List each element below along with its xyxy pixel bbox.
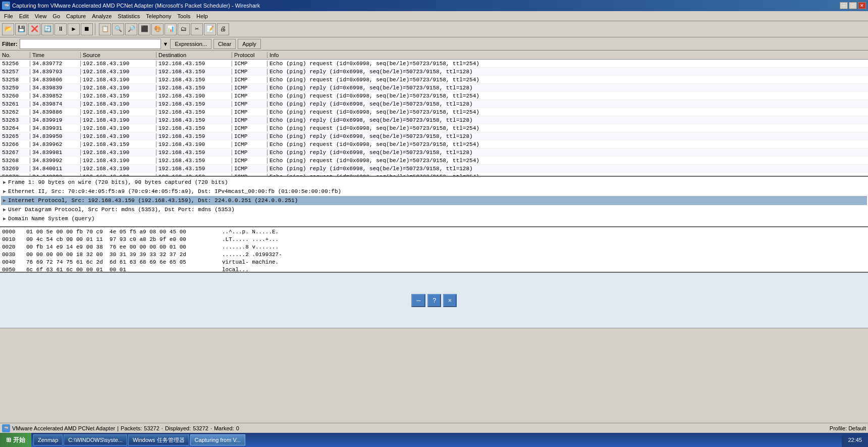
toolbar-btn-stop[interactable]: ⏹ xyxy=(81,23,93,35)
toolbar-btn-pause[interactable]: ⏸ xyxy=(55,23,67,35)
hex-bytes: 01 00 5e 00 00 fb 70 c9 4e 05 f5 a9 08 0… xyxy=(26,228,218,236)
hex-ascii: .......8 v....... xyxy=(222,243,279,251)
hex-offset: 0020 xyxy=(2,243,22,251)
menu-item-tools[interactable]: Tools xyxy=(175,13,194,20)
status-icon: 🦈 xyxy=(2,424,10,432)
detail-row[interactable]: ▶Internet Protocol, Src: 192.168.43.159 … xyxy=(1,196,867,205)
column-no[interactable]: No. xyxy=(0,52,30,58)
toolbar-btn-zoom-fit[interactable]: ⬛ xyxy=(138,23,150,35)
filter-bar: Filter: ▼ Expression... Clear Apply xyxy=(0,37,868,51)
detail-row[interactable]: ▶Frame 1: 90 bytes on wire (720 bits), 9… xyxy=(1,178,867,187)
table-row[interactable]: 5327034.840023192.168.43.190192.168.43.1… xyxy=(0,173,868,177)
column-info[interactable]: Info xyxy=(267,52,868,58)
packet-list-body[interactable]: 5325634.839772192.168.43.190192.168.43.1… xyxy=(0,60,868,177)
table-row[interactable]: 5326434.839931192.168.43.190192.168.43.1… xyxy=(0,124,868,132)
menu-item-statistics[interactable]: Statistics xyxy=(115,13,143,20)
expression-button[interactable]: Expression... xyxy=(170,39,211,49)
table-row[interactable]: 5326834.839992192.168.43.190192.168.43.1… xyxy=(0,157,868,165)
taskbar-item[interactable]: C:\WINDOWS\syste... xyxy=(64,434,127,445)
status-right: Profile: Default xyxy=(830,425,866,431)
detail-row[interactable]: ▶Domain Name System (query) xyxy=(1,214,867,223)
taskbar-item[interactable]: Zenmap xyxy=(33,434,63,445)
toolbar-btn-find[interactable]: 🔍 xyxy=(112,23,124,35)
table-row[interactable]: 5325934.839839192.168.43.190192.168.43.1… xyxy=(0,84,868,92)
clear-button[interactable]: Clear xyxy=(213,39,236,49)
detail-text: Frame 1: 90 bytes on wire (720 bits), 90… xyxy=(8,179,228,185)
hex-bytes: 6c 6f 63 61 6c 00 00 01 00 01 xyxy=(26,266,218,273)
table-row[interactable]: 5326934.840011192.168.43.190192.168.43.1… xyxy=(0,165,868,173)
packet-detail[interactable]: ▶Frame 1: 90 bytes on wire (720 bits), 9… xyxy=(0,177,868,227)
detail-row[interactable]: ▶Ethernet II, Src: 70:c9:4e:05:f5:a9 (70… xyxy=(1,187,867,196)
toolbar-btn-info[interactable]: 📋 xyxy=(99,23,111,35)
menu-item-view[interactable]: View xyxy=(32,13,50,20)
column-source[interactable]: Source xyxy=(81,52,156,58)
menu-item-go[interactable]: Go xyxy=(49,13,63,20)
column-time[interactable]: Time xyxy=(30,52,81,58)
toolbar-btn-paste[interactable]: 📝 xyxy=(204,23,216,35)
app-icon: 🦈 xyxy=(2,2,10,10)
toolbar-btn-zoom-in[interactable]: 🔎 xyxy=(125,23,137,35)
toolbar-btn-cut[interactable]: ✂ xyxy=(191,23,203,35)
hex-bytes: 00 00 00 00 00 18 32 00 30 31 39 39 33 3… xyxy=(26,251,218,259)
float-btn-help[interactable]: ? xyxy=(427,294,441,307)
menu-bar: FileEditViewGoCaptureAnalyzeStatisticsTe… xyxy=(0,11,868,21)
menu-item-analyze[interactable]: Analyze xyxy=(89,13,115,20)
toolbar-btn-save[interactable]: 💾 xyxy=(15,23,27,35)
table-row[interactable]: 5325834.839806192.168.43.190192.168.43.1… xyxy=(0,76,868,84)
toolbar-btn-print[interactable]: 🖨 xyxy=(217,23,229,35)
displayed-label: Displayed: xyxy=(165,425,191,431)
detail-row[interactable]: ▶User Datagram Protocol, Src Port: mdns … xyxy=(1,205,867,214)
hex-dump[interactable]: 000001 00 5e 00 00 fb 70 c9 4e 05 f5 a9 … xyxy=(0,227,868,273)
filter-input[interactable] xyxy=(20,39,161,49)
hex-row: 000001 00 5e 00 00 fb 70 c9 4e 05 f5 a9 … xyxy=(2,228,866,236)
taskbar-item[interactable]: Capturing from V... xyxy=(190,434,245,445)
detail-text: User Datagram Protocol, Src Port: mdns (… xyxy=(8,207,235,213)
menu-item-edit[interactable]: Edit xyxy=(16,13,32,20)
toolbar-btn-play[interactable]: ▶ xyxy=(68,23,80,35)
table-row[interactable]: 5325634.839772192.168.43.190192.168.43.1… xyxy=(0,60,868,68)
float-btn-close[interactable]: × xyxy=(443,294,457,307)
maximize-button[interactable]: □ xyxy=(849,2,857,9)
toolbar-btn-close[interactable]: ❌ xyxy=(28,23,40,35)
table-row[interactable]: 5326734.839981192.168.43.190192.168.43.1… xyxy=(0,148,868,157)
title-buttons: ─ □ ✕ xyxy=(840,2,866,9)
filter-dropdown-button[interactable]: ▼ xyxy=(163,41,169,47)
taskbar: ⊞ 开始 ZenmapC:\WINDOWS\syste...Windows 任务… xyxy=(0,433,868,447)
column-protocol[interactable]: Protocol xyxy=(232,52,267,58)
table-row[interactable]: 5326534.839950192.168.43.190192.168.43.1… xyxy=(0,132,868,140)
detail-text: Internet Protocol, Src: 192.168.43.159 (… xyxy=(8,197,298,204)
toolbar-btn-reload[interactable]: 🔄 xyxy=(41,23,53,35)
table-row[interactable]: 5326134.839874192.168.43.190192.168.43.1… xyxy=(0,100,868,108)
hex-offset: 0010 xyxy=(2,236,22,243)
taskbar-item[interactable]: Windows 任务管理器 xyxy=(128,434,189,445)
hex-offset: 0000 xyxy=(2,228,22,236)
menu-item-telephony[interactable]: Telephony xyxy=(143,13,174,20)
close-button[interactable]: ✕ xyxy=(858,2,866,9)
separator1: | xyxy=(117,425,119,431)
expand-icon: ▶ xyxy=(3,207,6,213)
table-row[interactable]: 5326634.839962192.168.43.159192.168.43.1… xyxy=(0,140,868,148)
column-destination[interactable]: Destination xyxy=(156,52,232,58)
hex-row: 002000 fb 14 e9 14 e9 00 38 76 ee 00 00 … xyxy=(2,243,866,251)
float-btn-minimize[interactable]: ─ xyxy=(411,294,426,307)
toolbar-btn-columns[interactable]: 🗂 xyxy=(178,23,190,35)
minimize-button[interactable]: ─ xyxy=(840,2,848,9)
toolbar: 📂💾❌🔄⏸▶⏹📋🔍🔎⬛🎨📊🗂✂📝🖨 xyxy=(0,21,868,37)
hex-offset: 0050 xyxy=(2,266,22,273)
packets-label: Packets: xyxy=(121,425,142,431)
start-button[interactable]: ⊞ 开始 xyxy=(0,433,31,447)
apply-button[interactable]: Apply xyxy=(238,39,261,49)
menu-item-capture[interactable]: Capture xyxy=(63,13,89,20)
window-title: Capturing from VMware Accelerated AMD PC… xyxy=(12,3,260,9)
table-row[interactable]: 5326234.839886192.168.43.190192.168.43.1… xyxy=(0,108,868,116)
displayed-value: 53272 xyxy=(193,425,208,431)
toolbar-btn-colorize[interactable]: 🎨 xyxy=(151,23,164,35)
menu-item-file[interactable]: File xyxy=(1,13,16,20)
hex-ascii: local... xyxy=(222,266,249,273)
menu-item-help[interactable]: Help xyxy=(193,13,211,20)
toolbar-btn-open[interactable]: 📂 xyxy=(2,23,14,35)
table-row[interactable]: 5326034.839852192.168.43.159192.168.43.1… xyxy=(0,92,868,100)
table-row[interactable]: 5326334.839919192.168.43.190192.168.43.1… xyxy=(0,116,868,124)
table-row[interactable]: 5325734.839793192.168.43.190192.168.43.1… xyxy=(0,68,868,76)
toolbar-btn-graph[interactable]: 📊 xyxy=(165,23,177,35)
